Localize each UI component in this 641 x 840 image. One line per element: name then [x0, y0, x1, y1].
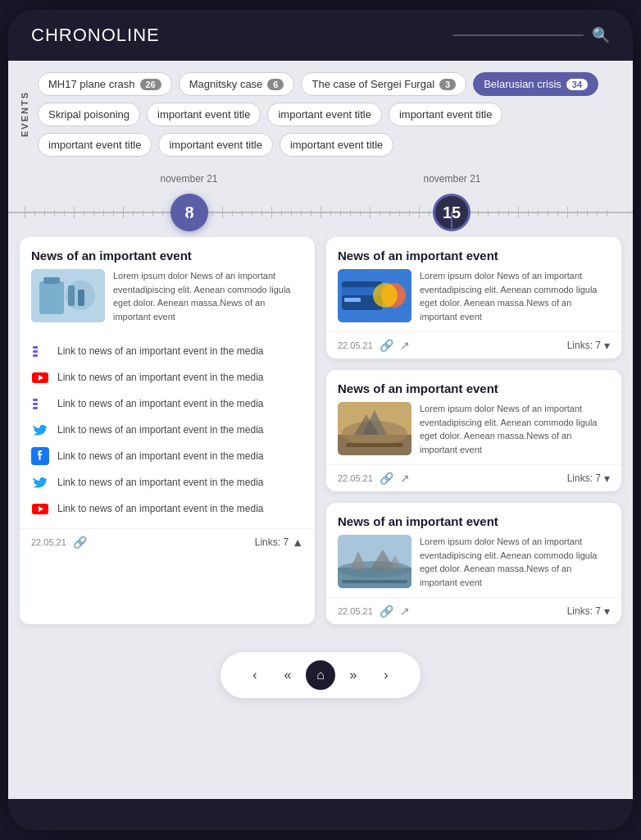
tag-furgal[interactable]: The case of Sergei Furgal 3 [301, 72, 466, 96]
tags-container: MH17 plane crash 26 Magnitsky case 6 The… [38, 72, 621, 157]
media-link-5[interactable]: Link to news of an important event in th… [31, 443, 303, 469]
right-footer-1-right: Links: 7 ▾ [567, 339, 610, 352]
svg-rect-1 [39, 281, 64, 314]
tag-badge: 26 [140, 79, 161, 90]
youtube-icon-2 [31, 500, 49, 518]
chevron-down-icon-1[interactable]: ▾ [604, 339, 610, 352]
nav-prev-button[interactable]: ‹ [240, 660, 270, 690]
media-link-text: Link to news of an important event in th… [57, 450, 263, 462]
twitter-icon [31, 421, 49, 439]
media-link-1[interactable]: Link to news of an important event in th… [31, 338, 303, 364]
left-card-image [31, 269, 105, 322]
tag-label: Magnitsky case [189, 78, 263, 90]
timeline-node-8[interactable]: 8 [170, 194, 208, 231]
chevron-down-icon-3[interactable]: ▾ [604, 605, 610, 618]
nav-next-next-button[interactable]: » [339, 660, 368, 690]
nav-home-button[interactable]: ⌂ [306, 660, 335, 690]
tag-label: important event title [169, 139, 261, 151]
right-card-3-title: News of an important event [326, 503, 621, 535]
timeline-node-15[interactable]: 15 [433, 194, 471, 231]
nav-prev-prev-button[interactable]: « [273, 660, 302, 690]
nav-section: ‹ « ⌂ » › [8, 636, 633, 721]
right-card-1-body: Lorem ipsum dolor News of an important e… [326, 269, 621, 331]
svg-rect-2 [43, 277, 60, 284]
share-icon-1[interactable]: ↗ [400, 339, 410, 352]
left-news-card: News of an important event Lorem ipsum d… [20, 237, 315, 624]
right-footer-2-left: 22.05.21 🔗 ↗ [338, 472, 410, 485]
tag-belarusian[interactable]: Belarusian crisis 34 [473, 72, 598, 96]
media-link-3[interactable]: Link to news of an important event in th… [31, 390, 303, 417]
timeline-connector-2 [451, 212, 452, 229]
timeline-connector-1 [189, 215, 190, 231]
right-card-3-image [338, 535, 411, 588]
media-link-7[interactable]: Link to news of an important event in th… [31, 495, 303, 522]
search-icon[interactable]: 🔍 [592, 26, 610, 44]
right-card-2-title: News of an important event [326, 370, 621, 402]
tag-badge: 6 [267, 79, 284, 90]
tag-label: Belarusian crisis [484, 78, 561, 90]
svg-rect-4 [68, 285, 75, 306]
tag-event2[interactable]: important event title [267, 103, 381, 126]
right-card-1-date: 22.05.21 [338, 340, 373, 350]
header: CHRONOLINE 🔍 [8, 10, 633, 61]
tag-label: MH17 plane crash [48, 78, 135, 90]
cards-section: News of an important event Lorem ipsum d… [8, 237, 633, 636]
main-content: EVENTS MH17 plane crash 26 Magnitsky cas… [8, 61, 633, 799]
right-card-2-body: Lorem ipsum dolor News of an important e… [326, 402, 621, 464]
right-cards: News of an important event [326, 237, 621, 624]
right-card-2-date: 22.05.21 [338, 473, 373, 483]
svg-rect-12 [33, 403, 38, 405]
tag-label: important event title [278, 108, 371, 121]
tag-label: The case of Sergei Furgal [311, 78, 434, 90]
tag-label: important event title [48, 139, 141, 151]
chain-icon-2[interactable]: 🔗 [380, 472, 393, 485]
chain-icon-1[interactable]: 🔗 [380, 339, 393, 352]
right-card-1-image [338, 269, 411, 322]
tag-event3[interactable]: important event title [389, 103, 502, 126]
svg-rect-13 [33, 407, 38, 409]
logo-bold: CHRONO [31, 25, 116, 45]
tag-badge: 3 [439, 79, 456, 90]
timeline-section: november 21 november 21 8 15 [8, 165, 633, 237]
tag-event5[interactable]: important event title [158, 133, 272, 157]
timeline-date-2: november 21 [423, 173, 480, 185]
tag-event1[interactable]: important event title [147, 103, 261, 126]
military-svg [338, 402, 411, 455]
right-card-3-body: Lorem ipsum dolor News of an important e… [326, 535, 621, 597]
right-card-3-date: 22.05.21 [338, 606, 373, 616]
share-icon-3[interactable]: ↗ [400, 605, 410, 618]
left-card-body: Lorem ipsum dolor News of an important e… [20, 269, 315, 331]
share-icon-2[interactable]: ↗ [400, 472, 410, 485]
tag-mh17[interactable]: MH17 plane crash 26 [38, 72, 172, 96]
right-card-2: News of an important event [326, 370, 621, 491]
chevron-down-icon-2[interactable]: ▾ [604, 472, 610, 485]
media-link-text: Link to news of an important event in th… [57, 503, 263, 514]
tag-badge: 34 [566, 79, 588, 90]
facebook-icon [31, 447, 49, 465]
tag-event4[interactable]: important event title [38, 133, 152, 157]
chain-icon-3[interactable]: 🔗 [380, 605, 393, 618]
left-card-text: Lorem ipsum dolor News of an important e… [113, 269, 303, 323]
chain-icon[interactable]: 🔗 [73, 536, 87, 549]
nav-bar: ‹ « ⌂ » › [220, 652, 421, 698]
tag-label: Skripal poisoning [48, 108, 130, 121]
timeline-ticks [25, 207, 616, 218]
tag-skripal[interactable]: Skripal poisoning [38, 103, 140, 126]
media-link-2[interactable]: Link to news of an important event in th… [31, 364, 303, 390]
tag-magnitsky[interactable]: Magnitsky case 6 [179, 72, 295, 96]
right-card-1-footer: 22.05.21 🔗 ↗ Links: 7 ▾ [326, 331, 621, 358]
media-link-6[interactable]: Link to news of an important event in th… [31, 469, 303, 495]
right-card-3: News of an important event [326, 503, 621, 624]
nav-next-button[interactable]: › [371, 660, 401, 690]
right-card-2-text: Lorem ipsum dolor News of an important e… [420, 402, 610, 456]
svg-rect-8 [33, 354, 38, 357]
left-card-footer: 22.05.21 🔗 Links: 7 ▲ [20, 528, 315, 555]
tag-event6[interactable]: important event title [280, 133, 393, 157]
media-link-text: Link to news of an important event in th… [57, 477, 263, 488]
media-link-4[interactable]: Link to news of an important event in th… [31, 417, 303, 443]
lines-icon-2 [31, 395, 49, 413]
right-card-3-text: Lorem ipsum dolor News of an important e… [420, 535, 610, 589]
svg-rect-5 [78, 290, 84, 306]
timeline-labels: november 21 november 21 [8, 173, 633, 185]
chevron-up-icon[interactable]: ▲ [292, 536, 303, 549]
